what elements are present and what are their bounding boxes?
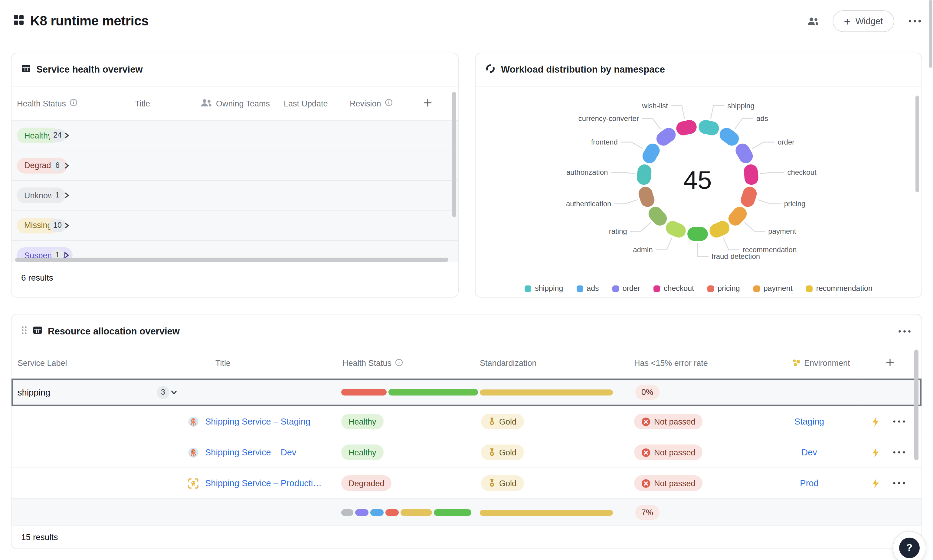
row-menu-ellipsis-icon[interactable] (892, 419, 906, 424)
vertical-scrollbar[interactable] (452, 92, 456, 217)
add-column-button[interactable] (396, 98, 459, 109)
donut-segment-ads[interactable] (727, 135, 732, 139)
run-action-button[interactable] (871, 447, 880, 457)
donut-segment-authorization[interactable] (644, 171, 644, 178)
plus-icon (885, 358, 894, 366)
legend-item-order[interactable]: order (612, 284, 640, 293)
donut-segment-pricing[interactable] (748, 194, 750, 200)
entity-row[interactable]: Shipping Service – Producti…DegradedGold… (11, 468, 922, 499)
column-header-health-status[interactable]: Health Status (11, 98, 129, 108)
donut-segment-recommendation[interactable] (716, 228, 722, 231)
legend-label: ads (587, 284, 599, 293)
horizontal-scrollbar[interactable] (15, 258, 448, 262)
add-widget-button[interactable]: + Widget (833, 10, 895, 32)
table-cell: Healthy (341, 445, 480, 460)
widget-menu-ellipsis-icon[interactable] (897, 329, 912, 334)
column-header-error-rate[interactable]: Has <15% error rate (633, 358, 762, 368)
health-distribution-bar (341, 509, 480, 516)
expand-row-chevron[interactable] (63, 162, 70, 169)
legend-item-recommendation[interactable]: recommendation (806, 284, 873, 293)
drag-handle-icon[interactable] (21, 325, 27, 335)
row-menu-ellipsis-icon[interactable] (892, 419, 906, 424)
column-header-standardization[interactable]: Standardization (480, 358, 633, 368)
info-icon[interactable] (395, 358, 403, 368)
donut-segment-rating[interactable] (656, 214, 660, 218)
legend-item-checkout[interactable]: checkout (653, 284, 694, 293)
legend-item-payment[interactable]: payment (753, 284, 793, 293)
run-action-button[interactable] (871, 416, 880, 427)
column-header-revision[interactable]: Revision (341, 98, 396, 108)
environment-link[interactable]: Dev (801, 448, 817, 457)
row-menu-ellipsis-icon[interactable] (892, 481, 906, 486)
drag-handle-icon[interactable] (21, 325, 27, 337)
info-icon[interactable] (69, 98, 77, 106)
entity-row[interactable]: Shipping Service – DevHealthyGoldNot pas… (11, 437, 922, 468)
chevron-down-icon[interactable] (171, 389, 177, 395)
entity-row[interactable]: Shipping Service – StagingHealthyGoldNot… (11, 406, 922, 437)
environment-link[interactable]: Staging (794, 417, 824, 426)
donut-segment-checkout[interactable] (751, 171, 751, 178)
column-header-service-label[interactable]: Service Label (11, 358, 182, 368)
widget-title: Resource allocation overview (48, 326, 180, 337)
column-header-owning-teams[interactable]: Owning Teams (193, 98, 278, 109)
expand-row-chevron[interactable] (63, 192, 70, 199)
row-menu-ellipsis-icon[interactable] (892, 450, 906, 455)
donut-segment-order[interactable] (742, 151, 746, 156)
run-action-bolt-icon[interactable] (871, 416, 880, 427)
share-users-icon[interactable] (807, 17, 819, 25)
legend-item-ads[interactable]: ads (576, 284, 599, 293)
entity-title-link[interactable]: Shipping Service – Producti… (205, 478, 322, 488)
environment-link[interactable]: Prod (800, 478, 818, 488)
info-icon[interactable] (385, 98, 393, 108)
vertical-scrollbar[interactable] (916, 95, 919, 192)
donut-segment-authentication[interactable] (646, 194, 648, 200)
row-menu-ellipsis-icon[interactable] (892, 450, 906, 455)
group-row[interactable]: shipping30% (11, 378, 922, 406)
vertical-scrollbar[interactable] (914, 349, 919, 460)
info-icon[interactable] (69, 98, 77, 108)
run-action-bolt-icon[interactable] (871, 447, 880, 457)
page-menu-ellipsis-icon[interactable] (908, 19, 922, 24)
column-header-last-update[interactable]: Last Update (278, 99, 341, 108)
run-action-bolt-icon[interactable] (871, 478, 880, 488)
donut-segment-shipping[interactable] (705, 127, 712, 129)
table-row[interactable]: Missing10 (11, 211, 458, 241)
count-badge: 1 (51, 189, 64, 202)
donut-segment-frontend[interactable] (650, 151, 653, 156)
collapse-group-chevron[interactable] (171, 389, 177, 395)
chevron-right-icon[interactable] (63, 222, 70, 229)
group-row[interactable]: 7% (11, 499, 922, 527)
expand-row-chevron[interactable] (63, 222, 70, 229)
info-icon[interactable] (385, 98, 393, 106)
x-circle-icon (641, 478, 650, 488)
table-row[interactable]: Healthy24 (11, 121, 458, 151)
column-header-title[interactable]: Title (182, 358, 341, 368)
donut-label-line (642, 118, 661, 129)
expand-row-chevron[interactable] (63, 132, 70, 139)
table-row[interactable]: Unknown1 (11, 181, 458, 211)
widget-menu-ellipsis-icon[interactable] (897, 329, 912, 334)
row-menu-ellipsis-icon[interactable] (892, 481, 906, 486)
entity-title-link[interactable]: Shipping Service – Staging (205, 417, 310, 426)
run-action-button[interactable] (871, 478, 880, 488)
entity-title-link[interactable]: Shipping Service – Dev (205, 448, 296, 457)
donut-segment-currency-converter[interactable] (664, 135, 669, 139)
info-icon[interactable] (395, 358, 403, 366)
donut-segment-payment[interactable] (736, 214, 740, 218)
legend-item-shipping[interactable]: shipping (525, 284, 563, 293)
chevron-right-icon[interactable] (63, 132, 70, 139)
page-menu-ellipsis-icon[interactable] (908, 19, 922, 24)
table-row[interactable]: Degraded6 (11, 151, 458, 181)
standardization-badge: Gold (481, 414, 523, 429)
column-header-environment[interactable]: Environment (762, 358, 857, 368)
donut-segment-admin[interactable] (673, 228, 679, 231)
column-header-health-status[interactable]: Health Status (341, 358, 480, 368)
legend-item-pricing[interactable]: pricing (707, 284, 740, 293)
chevron-right-icon[interactable] (63, 192, 70, 199)
donut-label-authorization: authorization (567, 168, 608, 176)
page-scrollbar[interactable] (929, 0, 932, 68)
chevron-right-icon[interactable] (63, 162, 70, 169)
add-column-button[interactable] (857, 358, 922, 368)
donut-segment-wish-list[interactable] (683, 127, 690, 129)
column-header-title[interactable]: Title (129, 99, 193, 108)
